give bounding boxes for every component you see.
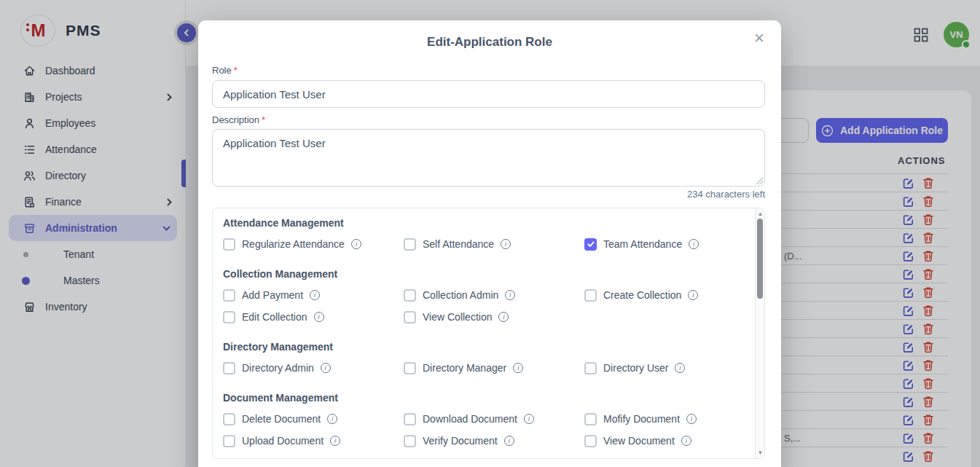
permission-add-payment: Add Paymenti bbox=[223, 289, 404, 302]
info-icon[interactable]: i bbox=[504, 436, 514, 446]
permission-section-document-management: Document ManagementDelete DocumentiDownl… bbox=[223, 392, 756, 447]
permission-view-collection: View Collectioni bbox=[404, 310, 584, 323]
scrollbar-thumb[interactable] bbox=[757, 219, 763, 299]
permission-download-document: Download Documenti bbox=[404, 412, 584, 425]
permission-verify-document: Verify Documenti bbox=[404, 434, 584, 447]
info-icon[interactable]: i bbox=[524, 414, 534, 424]
permission-upload-document: Upload Documenti bbox=[223, 434, 404, 447]
permission-collection-admin: Collection Admini bbox=[404, 289, 584, 302]
checkbox[interactable] bbox=[404, 413, 416, 425]
permission-edit-collection: Edit Collectioni bbox=[223, 310, 404, 323]
permission-mofify-document: Mofify Documenti bbox=[584, 412, 752, 425]
checkbox[interactable] bbox=[223, 289, 235, 302]
permissions-panel: Attendance ManagementRegularize Attendan… bbox=[212, 208, 765, 459]
permission-view-document: View Documenti bbox=[584, 434, 752, 447]
scrollbar[interactable]: ▲ ▼ bbox=[755, 208, 764, 458]
info-icon[interactable]: i bbox=[330, 436, 340, 446]
checkbox[interactable] bbox=[404, 362, 416, 374]
permission-directory-admin: Directory Admini bbox=[223, 361, 404, 374]
info-icon[interactable]: i bbox=[681, 436, 691, 446]
description-field-label: Description* bbox=[212, 114, 265, 125]
permission-section-directory-management: Directory ManagementDirectory AdminiDire… bbox=[223, 341, 756, 374]
permission-section-title: Directory Management bbox=[223, 341, 756, 353]
permission-section-title: Collection Management bbox=[223, 268, 756, 280]
edit-application-role-modal: Edit-Application Role ✕ Role* Descriptio… bbox=[198, 20, 781, 467]
characters-left-counter: 234 characters left bbox=[212, 189, 765, 200]
info-icon[interactable]: i bbox=[513, 363, 523, 373]
info-icon[interactable]: i bbox=[501, 239, 511, 249]
permission-regularize-attendance: Regularize Attendancei bbox=[223, 238, 404, 251]
modal-title: Edit-Application Role bbox=[198, 35, 781, 50]
permission-self-attendance: Self Attendancei bbox=[404, 238, 584, 251]
required-asterisk: * bbox=[262, 114, 265, 125]
checked-checkbox[interactable] bbox=[584, 238, 597, 251]
description-textarea[interactable]: Application Test User bbox=[212, 129, 765, 187]
checkbox[interactable] bbox=[584, 435, 597, 447]
permission-section-title: Document Management bbox=[223, 392, 756, 404]
info-icon[interactable]: i bbox=[314, 312, 324, 322]
checkbox[interactable] bbox=[223, 238, 235, 251]
permission-create-collection: Create Collectioni bbox=[584, 289, 752, 302]
role-input[interactable] bbox=[212, 80, 765, 108]
info-icon[interactable]: i bbox=[686, 414, 697, 424]
close-icon[interactable]: ✕ bbox=[749, 28, 769, 48]
info-icon[interactable]: i bbox=[505, 290, 515, 300]
info-icon[interactable]: i bbox=[327, 414, 337, 424]
info-icon[interactable]: i bbox=[310, 290, 320, 300]
role-field-label: Role* bbox=[212, 65, 238, 76]
checkbox[interactable] bbox=[404, 311, 416, 323]
checkbox[interactable] bbox=[223, 435, 235, 447]
checkbox[interactable] bbox=[404, 289, 416, 302]
permission-section-attendance-management: Attendance ManagementRegularize Attendan… bbox=[223, 217, 756, 251]
info-icon[interactable]: i bbox=[675, 363, 685, 373]
checkbox[interactable] bbox=[404, 238, 416, 251]
permission-directory-manager: Directory Manageri bbox=[404, 361, 584, 374]
info-icon[interactable]: i bbox=[351, 239, 361, 249]
required-asterisk: * bbox=[234, 65, 238, 76]
scroll-up-icon[interactable]: ▲ bbox=[756, 211, 765, 217]
checkbox[interactable] bbox=[223, 311, 235, 323]
info-icon[interactable]: i bbox=[689, 239, 699, 249]
permission-directory-user: Directory Useri bbox=[584, 361, 752, 374]
permission-section-title: Attendance Management bbox=[223, 217, 756, 229]
permission-delete-document: Delete Documenti bbox=[223, 412, 404, 425]
checkbox[interactable] bbox=[223, 362, 235, 374]
screen: M PMS DashboardProjectsEmployeesAttendan… bbox=[0, 0, 980, 467]
checkbox[interactable] bbox=[404, 435, 416, 447]
permission-team-attendance: Team Attendancei bbox=[584, 238, 752, 251]
scroll-down-icon[interactable]: ▼ bbox=[756, 450, 765, 456]
info-icon[interactable]: i bbox=[498, 312, 509, 322]
info-icon[interactable]: i bbox=[321, 363, 331, 373]
checkbox[interactable] bbox=[584, 289, 597, 302]
checkbox[interactable] bbox=[223, 413, 235, 425]
permission-section-collection-management: Collection ManagementAdd PaymentiCollect… bbox=[223, 268, 756, 323]
info-icon[interactable]: i bbox=[688, 290, 698, 300]
checkbox[interactable] bbox=[584, 362, 597, 374]
checkbox[interactable] bbox=[584, 413, 597, 425]
